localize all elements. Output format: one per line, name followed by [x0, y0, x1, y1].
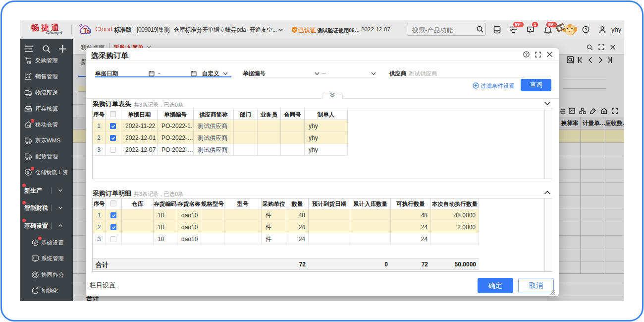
- svg-text:T: T: [84, 27, 88, 34]
- svg-text:?: ?: [525, 52, 528, 57]
- svg-text:?: ?: [585, 27, 588, 32]
